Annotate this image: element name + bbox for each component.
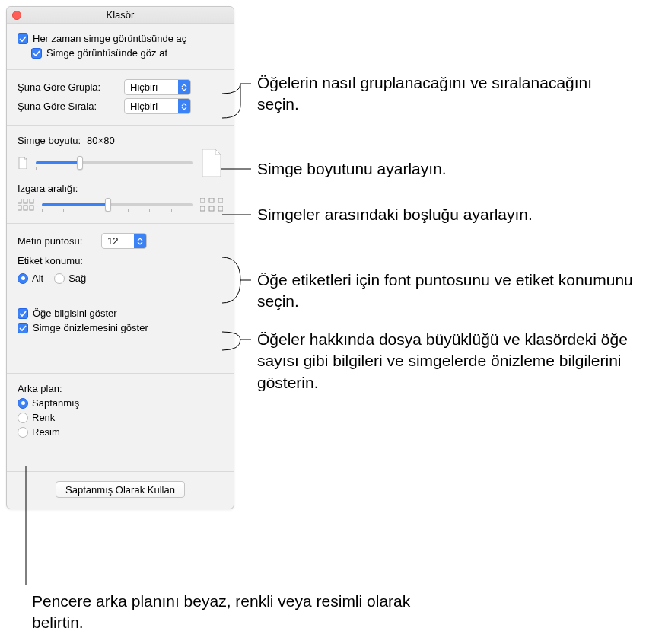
show-icon-preview-row[interactable]: Simge önizlemesini göster xyxy=(18,322,223,333)
always-icon-view-label: Her zaman simge görüntüsünde aç xyxy=(33,33,186,44)
bg-default-text: Saptanmış xyxy=(32,397,79,409)
icon-size-slider[interactable] xyxy=(36,155,193,171)
section-group-sort: Şuna Göre Grupla: Hiçbiri Şuna Göre Sıra… xyxy=(7,70,234,126)
grid-spacing-slider[interactable] xyxy=(42,197,193,212)
text-size-label: Metin puntosu: xyxy=(18,235,101,247)
section-sizes: Simge boyutu: 80×80 Izgara aralığı: xyxy=(7,126,234,224)
sort-by-value: Hiçbiri xyxy=(130,100,158,112)
always-icon-view-row[interactable]: Her zaman simge görüntüsünde aç xyxy=(18,33,223,44)
grid-spacing-label: Izgara aralığı: xyxy=(18,183,78,194)
section-info: Öğe bilgisini göster Simge önizlemesini … xyxy=(7,298,234,374)
view-options-window: Klasör Her zaman simge görüntüsünde aç S… xyxy=(6,6,234,509)
loose-grid-icon xyxy=(200,198,223,212)
callout-grid: Simgeler arasındaki boşluğu ayarlayın. xyxy=(257,204,533,225)
svg-rect-4 xyxy=(24,206,27,210)
browse-icon-view-label: Simge görüntüsünde göz at xyxy=(46,47,167,59)
checkbox-checked-icon xyxy=(18,33,28,44)
select-stepper-icon xyxy=(178,99,190,113)
radio-selected-icon xyxy=(18,273,28,284)
radio-selected-icon xyxy=(18,398,28,409)
small-doc-icon xyxy=(18,157,28,169)
svg-rect-2 xyxy=(30,199,33,203)
group-by-label: Şuna Göre Grupla: xyxy=(18,81,124,93)
callout-icon-size: Simge boyutunu ayarlayın. xyxy=(257,158,447,180)
svg-rect-11 xyxy=(218,206,223,211)
bg-color-text: Renk xyxy=(32,412,55,423)
svg-rect-1 xyxy=(24,199,27,203)
sort-by-label: Şuna Göre Sırala: xyxy=(18,100,124,112)
bg-picture-text: Resim xyxy=(32,426,60,438)
footer: Saptanmış Olarak Kullan xyxy=(7,471,234,509)
background-label: Arka plan: xyxy=(18,383,62,394)
text-size-select[interactable]: 12 xyxy=(101,233,147,249)
checkbox-checked-icon xyxy=(18,323,28,333)
section-text: Metin puntosu: 12 Etiket konumu: Alt Sağ xyxy=(7,224,234,298)
svg-rect-6 xyxy=(200,198,205,202)
window-title: Klasör xyxy=(107,9,135,21)
label-pos-right-radio[interactable]: Sağ xyxy=(54,273,86,284)
icon-size-value: 80×80 xyxy=(87,135,115,146)
use-as-default-button[interactable]: Saptanmış Olarak Kullan xyxy=(56,481,185,498)
sort-by-select[interactable]: Hiçbiri xyxy=(124,98,191,114)
show-item-info-label: Öğe bilgisini göster xyxy=(33,308,117,319)
callout-bg: Pencere arka planını beyaz, renkli veya … xyxy=(32,591,412,634)
label-pos-bottom-text: Alt xyxy=(32,273,43,284)
group-by-value: Hiçbiri xyxy=(130,81,158,93)
icon-size-label: Simge boyutu: xyxy=(18,135,81,146)
bg-picture-radio[interactable]: Resim xyxy=(18,426,223,438)
label-position-label: Etiket konumu: xyxy=(18,255,83,266)
label-pos-bottom-radio[interactable]: Alt xyxy=(18,273,43,284)
text-size-value: 12 xyxy=(107,235,118,247)
callout-info: Öğeler hakkında dosya büyüklüğü ve klasö… xyxy=(257,329,638,394)
group-by-select[interactable]: Hiçbiri xyxy=(124,79,191,95)
radio-icon xyxy=(18,413,28,423)
svg-rect-0 xyxy=(18,199,21,203)
callout-group: Öğelerin nasıl gruplanacağını ve sıralan… xyxy=(257,72,638,116)
show-icon-preview-label: Simge önizlemesini göster xyxy=(33,322,148,333)
close-button[interactable] xyxy=(12,11,21,20)
label-pos-right-text: Sağ xyxy=(68,273,86,284)
svg-rect-5 xyxy=(30,206,33,210)
section-view-mode: Her zaman simge görüntüsünde aç Simge gö… xyxy=(7,24,234,70)
svg-rect-3 xyxy=(18,206,21,210)
tight-grid-icon xyxy=(18,199,34,211)
svg-rect-9 xyxy=(200,206,205,211)
checkbox-checked-icon xyxy=(18,308,28,319)
svg-rect-8 xyxy=(218,198,223,202)
checkbox-checked-icon xyxy=(31,48,42,59)
callout-text: Öğe etiketleri için font puntosunu ve et… xyxy=(257,269,638,313)
section-background: Arka plan: Saptanmış Renk Resim xyxy=(7,374,234,471)
show-item-info-row[interactable]: Öğe bilgisini göster xyxy=(18,308,223,319)
radio-icon xyxy=(54,273,65,284)
svg-rect-7 xyxy=(209,198,214,202)
select-stepper-icon xyxy=(178,80,190,94)
select-stepper-icon xyxy=(134,234,146,248)
bg-color-radio[interactable]: Renk xyxy=(18,412,223,423)
titlebar: Klasör xyxy=(7,7,234,24)
use-as-default-label: Saptanmış Olarak Kullan xyxy=(65,484,175,496)
bg-default-radio[interactable]: Saptanmış xyxy=(18,397,223,409)
browse-icon-view-row[interactable]: Simge görüntüsünde göz at xyxy=(31,47,223,59)
svg-rect-10 xyxy=(209,206,214,211)
large-doc-icon xyxy=(200,149,223,177)
radio-icon xyxy=(18,427,28,438)
